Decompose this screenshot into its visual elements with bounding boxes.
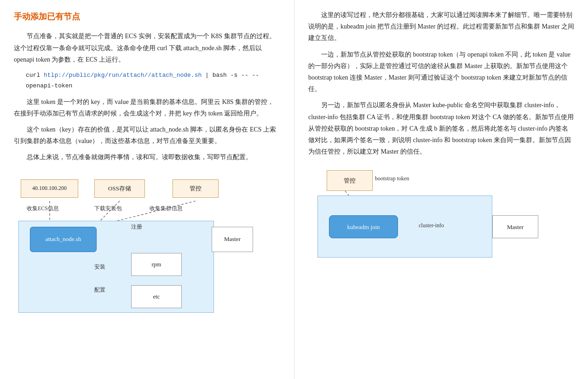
label-install: 安装	[94, 262, 105, 272]
label-ecs: 收集ECS信息	[27, 204, 59, 214]
label-download: 下载安装包	[94, 204, 122, 214]
box-attach-node: attach_node.sh	[30, 227, 97, 252]
code-link[interactable]: htlp://public/pkg/run/attach//attach_nod…	[44, 72, 202, 79]
label-register: 注册	[131, 222, 142, 232]
box-kubeadm: kubeadm join	[329, 215, 398, 238]
box-gc: 管控	[173, 179, 219, 198]
para4: 总体上来说，节点准备就做两件事情，读和写。读即数据收集，写即节点配置。	[14, 151, 280, 163]
diagram-right: 管控 bootstrap token kubeadm join cluster-…	[308, 166, 566, 267]
right-master-box: Master	[492, 215, 538, 238]
para3: 这个 token（key）存在的价值，是其可以让 attach_node.sh …	[14, 124, 280, 147]
code-line: curl htlp://public/pkg/run/attach//attac…	[26, 70, 280, 92]
label-clusterinfo: cluster-info	[419, 221, 444, 231]
para2: 这里 token 是一个对的 key，而 value 是当前集群的基本信息。阿里…	[14, 96, 280, 119]
right-panel: 这里的读写过程，绝大部分都很基础，大家可以通过阅读脚本来了解细节。唯一需要特别说…	[294, 0, 588, 379]
right-gc-box: 管控	[327, 170, 373, 191]
left-panel: 手动添加已有节点 节点准备，其实就是把一个普通的 ECS 实例，安装配置成为一个…	[0, 0, 294, 379]
box-oss: OSS存储	[94, 179, 145, 198]
diagram-left: 40.100.100.200 OSS存储 管控 收集ECS信息 下载安装包 收集…	[14, 172, 271, 320]
code-prefix: curl	[26, 72, 44, 79]
label-bootstrap: bootstrap token	[375, 174, 409, 184]
right-para3: 另一边，新加节点以匿名身份从 Master kube-public 命名空间中获…	[308, 99, 574, 157]
right-para2: 一边，新加节点从管控处获取的 bootstrap token（与 openapi…	[308, 49, 574, 95]
box-master: Master	[212, 227, 253, 252]
label-config: 配置	[94, 285, 105, 295]
box-etc: etc	[131, 285, 182, 308]
para1: 节点准备，其实就是把一个普通的 ECS 实例，安装配置成为一个 K8S 集群节点…	[14, 30, 280, 65]
box-rpm: rpm	[131, 253, 182, 276]
label-cluster: 收集集群信息	[150, 204, 183, 214]
right-para1: 这里的读写过程，绝大部分都很基础，大家可以通过阅读脚本来了解细节。唯一需要特别说…	[308, 9, 574, 44]
box-ip: 40.100.100.200	[21, 179, 78, 198]
section-title: 手动添加已有节点	[14, 9, 280, 24]
